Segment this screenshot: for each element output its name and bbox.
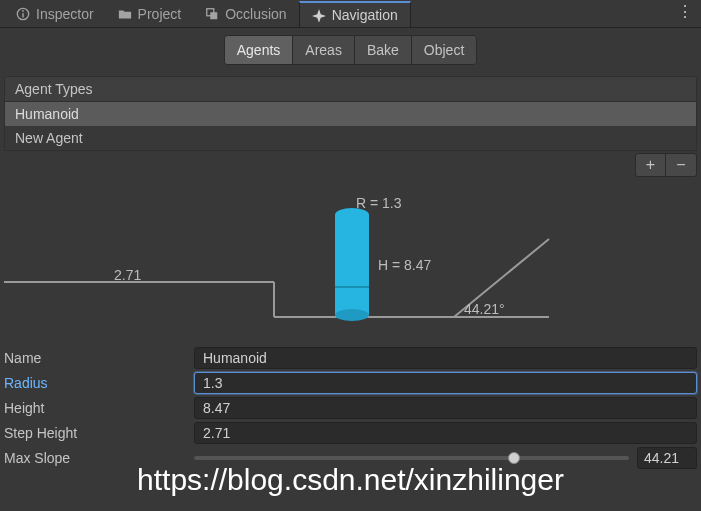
name-field[interactable] [194,347,697,369]
agent-types-header: Agent Types [4,76,697,102]
svg-rect-4 [210,12,217,19]
slider-knob[interactable] [508,452,520,464]
tab-label: Inspector [36,6,94,22]
tab-label: Occlusion [225,6,286,22]
diagram-r-label: R = 1.3 [356,195,402,211]
max-slope-slider[interactable] [194,456,629,460]
svg-point-2 [22,10,24,12]
subtab-areas[interactable]: Areas [293,36,355,64]
navigation-icon [312,8,326,22]
subtab-agents[interactable]: Agents [225,36,294,64]
agent-types-list: Humanoid New Agent [4,102,697,151]
agent-type-item[interactable]: New Agent [5,126,696,150]
agent-diagram: R = 1.3 H = 8.47 2.71 44.21° [4,187,697,327]
agent-types-controls: + − [4,153,697,177]
subtab-object[interactable]: Object [412,36,476,64]
tab-label: Project [138,6,182,22]
height-label: Height [4,400,194,416]
folder-icon [118,7,132,21]
agent-type-item[interactable]: Humanoid [5,102,696,126]
nav-subtabs-row: Agents Areas Bake Object [0,28,701,72]
nav-subtabs: Agents Areas Bake Object [224,35,478,65]
svg-rect-1 [22,13,23,17]
radius-field[interactable] [194,372,697,394]
tab-project[interactable]: Project [106,1,194,27]
diagram-slope-label: 44.21° [464,301,505,317]
height-field[interactable] [194,397,697,419]
step-height-label: Step Height [4,425,194,441]
name-label: Name [4,350,194,366]
info-icon [16,7,30,21]
add-agent-type-button[interactable]: + [636,154,666,176]
tab-navigation[interactable]: Navigation [299,1,411,27]
max-slope-label: Max Slope [4,450,194,466]
kebab-menu-icon[interactable]: ⋮ [677,4,693,20]
tab-label: Navigation [332,7,398,23]
tab-occlusion[interactable]: Occlusion [193,1,298,27]
max-slope-readout[interactable] [637,447,697,469]
svg-point-13 [335,309,369,321]
agent-properties: Name Radius Height Step Height Max Slope [4,345,697,470]
subtab-bake[interactable]: Bake [355,36,412,64]
diagram-h-label: H = 8.47 [378,257,431,273]
remove-agent-type-button[interactable]: − [666,154,696,176]
svg-rect-11 [335,215,369,315]
diagram-step-label: 2.71 [114,267,141,283]
tab-inspector[interactable]: Inspector [4,1,106,27]
occlusion-icon [205,7,219,21]
radius-label: Radius [4,375,194,391]
step-height-field[interactable] [194,422,697,444]
window-tab-bar: Inspector Project Occlusion Navigation ⋮ [0,0,701,28]
